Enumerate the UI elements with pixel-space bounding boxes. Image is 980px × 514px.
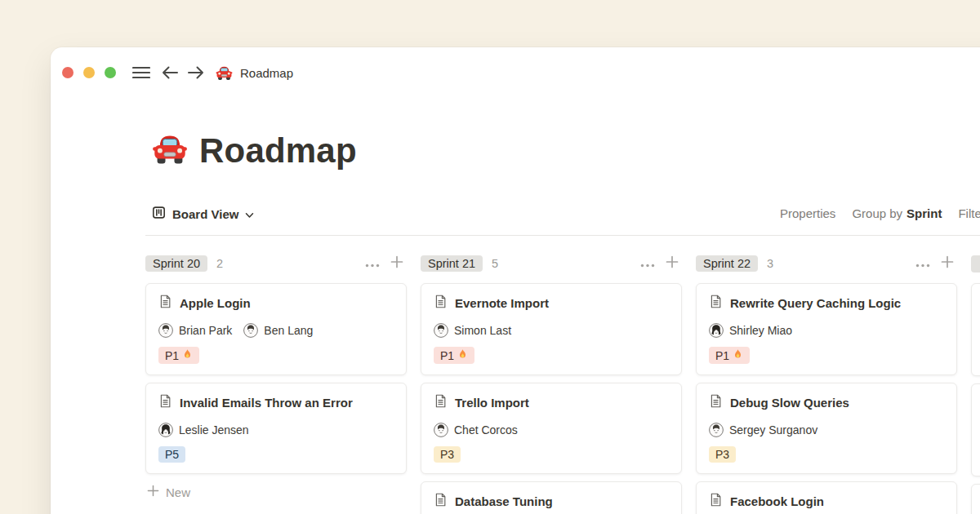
avatar-icon [158, 423, 173, 437]
kanban-board: Sprint 20 2 Apple Login [145, 253, 980, 514]
column-more-icon[interactable] [915, 256, 930, 271]
priority-tag: P3 [434, 446, 461, 463]
fire-icon [733, 348, 743, 362]
group-by-button[interactable]: Group bySprint [852, 206, 942, 220]
fire-icon [457, 348, 468, 362]
card-debug-slow-queries[interactable]: Debug Slow Queries Sergey Surganov P3 [696, 383, 957, 474]
avatar-icon [709, 423, 724, 437]
assignee-name: Chet Corcos [454, 423, 518, 436]
avatar-icon [158, 323, 173, 338]
column-count: 3 [767, 257, 773, 270]
card-evernote-import[interactable]: Evernote Import Simon Last P1 [421, 283, 682, 375]
assignee-name: Ben Lang [264, 324, 313, 337]
priority-tag: P1 [158, 347, 199, 364]
priority-tag: P3 [709, 446, 736, 463]
app-window: Roadmap Roadmap [51, 47, 980, 514]
card-assignees: Brian Park Ben Lang [158, 323, 394, 338]
page-icon [158, 394, 172, 411]
assignee-name: Leslie Jensen [179, 423, 249, 436]
card-title: Rewrite Query Caching Logic [730, 296, 901, 310]
card-assignees: Chet Corcos [434, 423, 669, 437]
card-partial[interactable] [971, 484, 980, 514]
card-title: Evernote Import [455, 296, 549, 310]
column-add-icon[interactable] [390, 255, 403, 272]
column-more-icon[interactable] [365, 256, 380, 271]
card-trello-import[interactable]: Trello Import Chet Corcos P3 [421, 383, 682, 474]
assignee-name: Simon Last [454, 324, 511, 337]
assignee-name: Brian Park [179, 324, 232, 337]
card-title: Debug Slow Queries [730, 396, 849, 410]
assignee-name: Shirley Miao [729, 324, 792, 337]
card-apple-login[interactable]: Apple Login Brian Park Ben Lang P1 [145, 283, 407, 375]
forward-arrow-icon[interactable] [187, 66, 204, 79]
board-column-sprint-20: Sprint 20 2 Apple Login [145, 253, 407, 514]
board-column-sprint-22: Sprint 22 3 Rewrite Query Caching Logic [696, 253, 957, 514]
view-label: Board View [172, 207, 238, 221]
card-partial[interactable] [971, 383, 980, 476]
car-emoji-icon [216, 64, 233, 82]
page-icon [709, 493, 723, 510]
column-add-icon[interactable] [666, 255, 679, 272]
priority-tag: P1 [434, 347, 474, 364]
column-group-pill[interactable]: Sprint 22 [696, 255, 758, 272]
breadcrumb-title: Roadmap [240, 66, 293, 80]
view-toolbar: Board View Properties Group bySprint Fil… [152, 206, 980, 225]
traffic-light-close-icon[interactable] [62, 67, 74, 78]
board-column-sprint-21: Sprint 21 5 Evernote Import [421, 253, 682, 514]
column-header [971, 253, 980, 274]
column-header: Sprint 20 2 [145, 253, 407, 274]
card-database-tuning[interactable]: Database Tuning [421, 481, 682, 514]
page-icon [434, 493, 448, 510]
board-column-partial [971, 253, 980, 514]
traffic-light-zoom-icon[interactable] [105, 67, 116, 78]
card-facebook-login[interactable]: Facebook Login [696, 481, 957, 514]
column-count: 2 [216, 257, 223, 270]
avatar-icon [434, 423, 448, 437]
properties-button[interactable]: Properties [780, 206, 835, 220]
new-card-button[interactable]: New [145, 481, 407, 503]
avatar-icon [434, 323, 448, 338]
page-icon [709, 295, 723, 312]
fire-icon [182, 348, 193, 362]
page-title: Roadmap [199, 134, 357, 168]
column-group-pill[interactable]: Sprint 20 [145, 255, 207, 272]
card-partial[interactable] [971, 283, 980, 376]
column-header: Sprint 22 3 [696, 253, 957, 274]
column-group-pill[interactable] [971, 255, 980, 273]
plus-icon [147, 485, 159, 499]
page-icon [434, 295, 448, 312]
column-more-icon[interactable] [640, 256, 655, 271]
priority-tag: P1 [709, 347, 750, 364]
card-title: Database Tuning [455, 494, 553, 508]
card-assignees: Leslie Jensen [158, 423, 394, 437]
column-add-icon[interactable] [941, 255, 954, 272]
page-emoji-car-icon [152, 131, 188, 171]
traffic-light-minimize-icon[interactable] [83, 67, 95, 78]
back-arrow-icon[interactable] [162, 66, 179, 79]
assignee-name: Sergey Surganov [729, 423, 817, 436]
column-group-pill[interactable]: Sprint 21 [421, 255, 483, 272]
card-rewrite-query-caching[interactable]: Rewrite Query Caching Logic Shirley Miao… [696, 283, 957, 375]
column-count: 5 [492, 257, 498, 270]
card-title: Apple Login [180, 296, 251, 310]
priority-tag: P5 [158, 446, 185, 463]
card-assignees: Simon Last [434, 323, 669, 338]
card-title: Trello Import [455, 396, 529, 410]
chevron-down-icon [245, 207, 254, 222]
page-icon [709, 394, 723, 411]
toolbar-divider [145, 235, 980, 236]
card-assignees: Sergey Surganov [709, 423, 944, 437]
board-view-icon [152, 206, 166, 223]
card-title: Invalid Emails Throw an Error [180, 396, 353, 410]
card-invalid-emails[interactable]: Invalid Emails Throw an Error Leslie Jen… [145, 383, 407, 474]
card-assignees: Shirley Miao [709, 323, 944, 338]
filter-button[interactable]: Filter [958, 206, 980, 220]
page-icon [158, 295, 172, 312]
window-titlebar: Roadmap [51, 47, 980, 83]
hamburger-menu-icon[interactable] [132, 66, 150, 79]
page-heading: Roadmap [152, 131, 980, 171]
avatar-icon [243, 323, 258, 338]
avatar-icon [709, 323, 724, 338]
column-header: Sprint 21 5 [421, 253, 682, 274]
page-icon [434, 394, 448, 411]
